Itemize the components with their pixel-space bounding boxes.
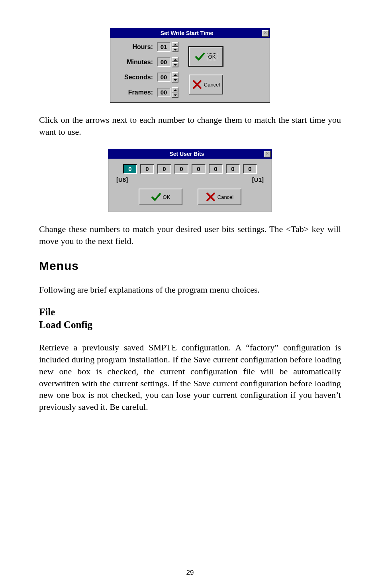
checkmark-icon	[195, 51, 205, 62]
hours-field[interactable]: 01	[157, 42, 170, 52]
frames-label: Frames:	[115, 89, 157, 96]
dialog-titlebar: Set User Bits ×	[108, 149, 272, 159]
minutes-field[interactable]: 00	[157, 57, 170, 67]
dialog-title: Set Write Start Time	[112, 30, 262, 36]
user-bits-row: 0 0 0 0 0 0 0 0	[115, 164, 265, 174]
user-bit-field-3[interactable]: 0	[209, 164, 223, 174]
cancel-button-label: Cancel	[204, 82, 220, 88]
hours-spinner	[172, 42, 178, 52]
ok-button-label: OK	[163, 194, 170, 200]
ok-button[interactable]: OK	[139, 189, 182, 205]
minutes-label: Minutes:	[115, 59, 157, 66]
minutes-up-button[interactable]	[172, 57, 178, 62]
frames-row: Frames: 00	[115, 87, 178, 98]
chevron-up-icon	[174, 89, 177, 91]
close-icon[interactable]: ×	[262, 30, 269, 37]
u8-label: [U8]	[116, 176, 128, 183]
u1-label: [U1]	[252, 176, 264, 183]
paragraph-3: Following are brief explanations of the …	[39, 284, 341, 296]
seconds-up-button[interactable]	[172, 72, 178, 77]
seconds-label: Seconds:	[115, 74, 157, 81]
seconds-down-button[interactable]	[172, 77, 178, 83]
dialog-titlebar: Set Write Start Time ×	[110, 28, 270, 38]
frames-down-button[interactable]	[172, 92, 178, 98]
seconds-field[interactable]: 00	[157, 73, 170, 82]
close-icon[interactable]: ×	[264, 151, 271, 157]
chevron-up-icon	[174, 59, 177, 61]
hours-label: Hours:	[115, 43, 157, 51]
chevron-down-icon	[174, 94, 177, 96]
user-bit-field-6[interactable]: 0	[157, 164, 171, 174]
user-bit-field-4[interactable]: 0	[192, 164, 206, 174]
hours-up-button[interactable]	[172, 42, 178, 47]
load-config-heading: Load Config	[39, 319, 341, 330]
set-user-bits-dialog: Set User Bits × 0 0 0 0 0 0 0 0 [U8] [U1…	[108, 149, 272, 212]
cancel-button-label: Cancel	[217, 194, 233, 200]
chevron-down-icon	[174, 79, 177, 81]
menus-heading: Menus	[39, 259, 341, 273]
frames-up-button[interactable]	[172, 87, 178, 92]
user-bit-field-1[interactable]: 0	[243, 164, 257, 174]
user-bits-labels: [U8] [U1]	[115, 174, 265, 183]
user-bit-field-2[interactable]: 0	[226, 164, 240, 174]
page-number: 29	[0, 569, 380, 577]
frames-spinner	[172, 87, 178, 98]
file-heading: File	[39, 307, 341, 318]
document-page: { "dialog1": { "title": "Set Write Start…	[0, 0, 380, 588]
cancel-button[interactable]: Cancel	[189, 75, 223, 94]
chevron-down-icon	[174, 64, 177, 66]
frames-field[interactable]: 00	[157, 88, 170, 97]
chevron-up-icon	[174, 74, 177, 76]
paragraph-2: Change these numbers to match your desir…	[39, 223, 341, 247]
paragraph-4: Retrieve a previously saved SMPTE config…	[39, 342, 341, 413]
minutes-down-button[interactable]	[172, 62, 178, 67]
dialog-title: Set User Bits	[110, 151, 264, 157]
chevron-up-icon	[174, 44, 177, 45]
minutes-row: Minutes: 00	[115, 57, 178, 67]
chevron-down-icon	[174, 49, 177, 51]
ok-button-label: OK	[207, 53, 217, 60]
seconds-spinner	[172, 72, 178, 83]
minutes-spinner	[172, 57, 178, 67]
cancel-button[interactable]: Cancel	[198, 189, 241, 205]
seconds-row: Seconds: 00	[115, 72, 178, 83]
user-bit-field-7[interactable]: 0	[140, 164, 154, 174]
user-bit-field-8[interactable]: 0	[123, 164, 137, 174]
ok-button[interactable]: OK	[189, 47, 223, 67]
set-write-start-time-dialog: Set Write Start Time × Hours: 01	[110, 28, 270, 103]
x-icon	[206, 192, 216, 202]
paragraph-1: Click on the arrows next to each number …	[39, 114, 341, 138]
x-icon	[192, 79, 202, 90]
user-bit-field-5[interactable]: 0	[174, 164, 188, 174]
hours-down-button[interactable]	[172, 47, 178, 52]
checkmark-icon	[151, 192, 161, 202]
hours-row: Hours: 01	[115, 42, 178, 52]
